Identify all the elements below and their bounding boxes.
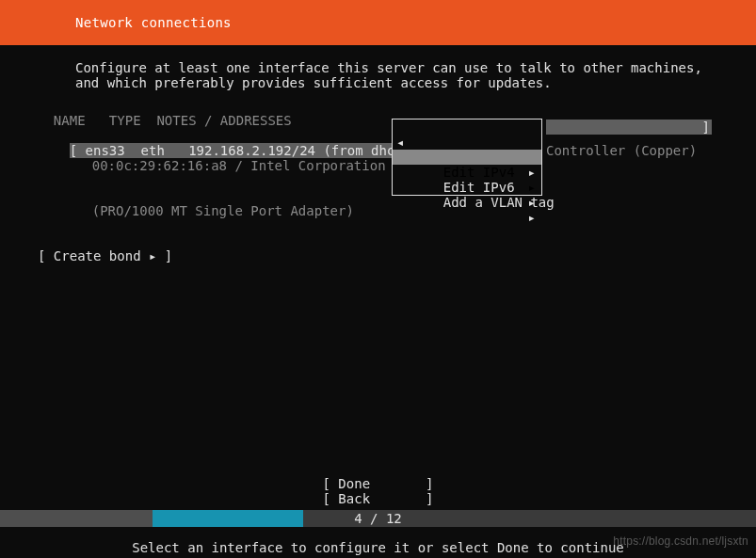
intro-line-2: and which preferably provides sufficient… [75, 75, 718, 90]
menu-item-label: Add a VLAN tag [443, 195, 555, 210]
menu-item-edit-ipv4[interactable]: Edit IPv4 ▸ [393, 150, 541, 165]
menu-item-close[interactable]: ◂ (close) [393, 120, 541, 135]
interface-row-selected-text: [ ens33 eth 192.168.2.192/24 (from dhcp)… [70, 143, 435, 158]
watermark: https://blog.csdn.net/ljsxtn [613, 534, 748, 549]
menu-item-add-vlan[interactable]: Add a VLAN tag ▸ [393, 180, 541, 195]
menu-item-info[interactable]: Info ▸ [393, 135, 541, 150]
chevron-right-icon: ▸ [528, 210, 536, 225]
menu-item-edit-ipv6[interactable]: Edit IPv6 ▸ [393, 165, 541, 180]
controller-text: Controller (Copper) [546, 143, 697, 158]
interface-detail-2: (PRO/1000 MT Single Port Adapter) [38, 188, 718, 233]
intro-line-1: Configure at least one interface this se… [75, 60, 718, 75]
action-buttons: [ Done ] [ Back ] [0, 476, 756, 506]
progress-bar: 4 / 12 [0, 510, 756, 527]
done-button[interactable]: [ Done ] [0, 476, 756, 491]
closing-bracket: ] [702, 120, 710, 135]
back-button[interactable]: [ Back ] [0, 491, 756, 506]
progress-text: 4 / 12 [0, 511, 756, 526]
interface-context-menu: ◂ (close) Info ▸ Edit IPv4 ▸ Edit IPv6 ▸… [392, 119, 542, 196]
title-bar: Network connections [0, 0, 756, 45]
intro-text: Configure at least one interface this se… [75, 60, 718, 90]
page-title: Network connections [75, 15, 232, 30]
create-bond-item[interactable]: [ Create bond ▸ ] [38, 248, 718, 263]
interface-highlight-extension: ] [546, 120, 712, 135]
